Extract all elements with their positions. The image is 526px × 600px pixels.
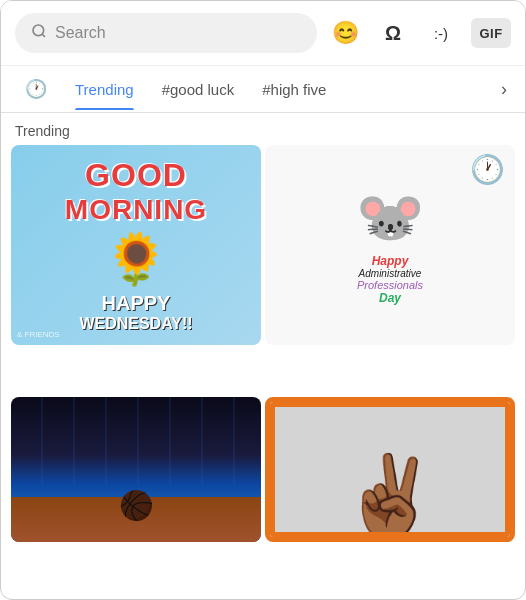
gif-button[interactable]: GIF bbox=[471, 18, 511, 48]
svg-line-1 bbox=[42, 34, 45, 37]
search-placeholder: Search bbox=[55, 24, 106, 42]
smiley-text-button[interactable]: :-) bbox=[423, 15, 459, 51]
clock-icon: 🕐 bbox=[25, 78, 47, 100]
emoji-button[interactable]: 😊 bbox=[327, 15, 363, 51]
clock-decoration: 🕐 bbox=[470, 153, 505, 186]
app-container: Search 😊 Ω :-) GIF 🕐 Trending #good luck… bbox=[0, 0, 526, 600]
tab-high-five-label: #high five bbox=[262, 81, 326, 98]
tab-good-luck-label: #good luck bbox=[162, 81, 235, 98]
admin-happy-line: Happy bbox=[357, 254, 423, 268]
gif-basketball[interactable]: 🏀 bbox=[11, 397, 261, 542]
tab-trending[interactable]: Trending bbox=[61, 69, 148, 110]
good-morning-text-good: GOOD bbox=[85, 157, 187, 194]
gif-admin-day[interactable]: 🕐 🐭 Happy Administrative Professionals D… bbox=[265, 145, 515, 345]
minnie-icon: 🐭 bbox=[356, 185, 425, 250]
header-icons: 😊 Ω :-) GIF bbox=[327, 15, 511, 51]
tab-trending-label: Trending bbox=[75, 81, 134, 98]
minnie-area: 🐭 Happy Administrative Professionals Day bbox=[356, 185, 425, 305]
player-silhouette-icon: 🏀 bbox=[119, 489, 154, 522]
gif-grid: GOOD MORNING 🌻 HAPPY WEDNESDAY!! & FRIEN… bbox=[1, 145, 525, 599]
section-label: Trending bbox=[1, 113, 525, 145]
admin-day-text: Happy Administrative Professionals Day bbox=[357, 254, 423, 305]
header: Search 😊 Ω :-) GIF bbox=[1, 1, 525, 66]
arena-lights bbox=[11, 397, 261, 484]
tabs-bar: 🕐 Trending #good luck #high five › bbox=[1, 66, 525, 113]
good-morning-text-wednesday: WEDNESDAY!! bbox=[79, 315, 192, 333]
gif-girl[interactable]: ✌🏾 bbox=[265, 397, 515, 542]
tab-good-luck[interactable]: #good luck bbox=[148, 69, 249, 110]
admin-prof-line: Professionals bbox=[357, 279, 423, 291]
search-icon bbox=[31, 23, 47, 43]
sunflower-icon: 🌻 bbox=[105, 230, 167, 288]
good-morning-text-morning: MORNING bbox=[65, 194, 207, 226]
search-bar[interactable]: Search bbox=[15, 13, 317, 53]
tab-high-five[interactable]: #high five bbox=[248, 69, 340, 110]
girl-figure-icon: ✌🏾 bbox=[340, 457, 440, 537]
admin-day-line: Day bbox=[357, 291, 423, 305]
admin-admin-line: Administrative bbox=[357, 268, 423, 279]
friends-tag: & FRIENDS bbox=[17, 330, 60, 339]
good-morning-text-happy: HAPPY bbox=[102, 292, 171, 315]
svg-point-0 bbox=[33, 25, 44, 36]
girl-inner: ✌🏾 bbox=[270, 402, 510, 537]
omega-button[interactable]: Ω bbox=[375, 15, 411, 51]
gif-good-morning[interactable]: GOOD MORNING 🌻 HAPPY WEDNESDAY!! & FRIEN… bbox=[11, 145, 261, 345]
trending-clock-icon: 🕐 bbox=[11, 66, 61, 112]
tabs-more-button[interactable]: › bbox=[493, 71, 515, 108]
